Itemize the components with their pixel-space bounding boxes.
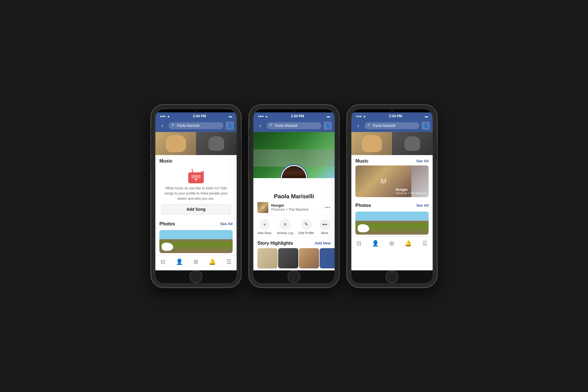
nav-bar-2: ‹ 🔍 Paola Mariselli 👤: [253, 119, 335, 132]
dog-shape-1: [166, 135, 186, 152]
music-card-song-3: Hunger: [396, 188, 427, 192]
search-text-1: Paola Mariselli: [177, 124, 199, 128]
battery-icon: ▬: [229, 114, 232, 118]
music-title-1: Music: [159, 159, 172, 164]
tab-menu-3[interactable]: ☰: [422, 240, 427, 247]
power-button-3[interactable]: [437, 140, 438, 160]
camera-3: [391, 110, 393, 112]
home-button-2[interactable]: [288, 270, 300, 283]
cover-photo-dog1: [155, 132, 196, 155]
person-icon-2[interactable]: 👤: [324, 122, 332, 130]
photos-see-all-3[interactable]: See All: [416, 203, 429, 208]
phone-3: ●●● ▲ 2:04 PM ▬ ‹ 🔍 Paola Mariselli 👤: [347, 105, 437, 287]
add-story-icon: +: [259, 219, 270, 230]
tab-news-3[interactable]: ⊟: [357, 240, 361, 247]
signal-icon-3: ●●●: [356, 114, 362, 118]
mute-button-2[interactable]: [248, 128, 249, 136]
back-button-2[interactable]: ‹: [256, 122, 264, 129]
phone-2-screen: ●●● ▲ 2:04 PM ▬ ‹ 🔍 Paola Mariselli 👤: [253, 109, 335, 283]
search-icon-2: 🔍: [270, 124, 274, 127]
home-button-3[interactable]: [386, 270, 398, 283]
music-card-info-3: Hunger Florence + The Machine: [396, 188, 427, 195]
story-thumb-3[interactable]: [299, 248, 319, 268]
add-new-button-2[interactable]: Add New: [314, 241, 331, 245]
profile-pic-wrapper-2: [281, 165, 307, 178]
music-card-3[interactable]: M Hunger Florence + The Machine: [355, 165, 429, 197]
search-bar-3[interactable]: 🔍 Paola Mariselli: [365, 122, 419, 129]
tab-bell-3[interactable]: 🔔: [405, 240, 412, 247]
status-left-1: ●●● ▲: [160, 114, 170, 118]
tab-bar-3: ⊟ 👤 ⊞ 🔔 ☰: [351, 236, 433, 250]
power-button-2[interactable]: [339, 140, 340, 160]
more-icon: •••: [319, 219, 330, 230]
phone-1-screen: ●●● ▲ 2:04 PM ▬ ‹ 🔍 Paola Mariselli 👤: [155, 109, 237, 283]
status-bar-3: ●●● ▲ 2:04 PM ▬: [351, 112, 433, 119]
photos-see-all-1[interactable]: See All: [220, 222, 233, 226]
status-time-1: 2:04 PM: [193, 114, 206, 118]
tab-marketplace-3[interactable]: ⊞: [389, 240, 394, 247]
goat-photo-1: [159, 230, 233, 253]
home-button-1[interactable]: [190, 270, 202, 283]
music-empty-1: What music do you like to listen to? Add…: [155, 165, 237, 218]
volume-up-button-3[interactable]: [346, 140, 347, 154]
story-thumb-1[interactable]: [257, 248, 278, 268]
radio-line-3: [191, 178, 201, 178]
edit-profile-icon: ✎: [301, 219, 312, 230]
screen-3: Music See All M Hunger Florence + The Ma…: [351, 132, 433, 270]
more-button[interactable]: ••• More: [319, 219, 330, 235]
mute-button-3[interactable]: [346, 128, 347, 136]
goat-photo-3: [355, 212, 429, 235]
edit-profile-button[interactable]: ✎ Edit Profile: [299, 219, 314, 235]
music-header-3: Music See All: [351, 155, 433, 165]
add-story-button[interactable]: + Add Story: [258, 219, 272, 235]
search-bar-2[interactable]: 🔍 Paola Mariselli: [267, 122, 321, 129]
dog-shape-1-3: [362, 135, 382, 152]
album-logo-3: M: [380, 177, 386, 185]
story-thumb-2[interactable]: [278, 248, 298, 268]
phone-2: ●●● ▲ 2:04 PM ▬ ‹ 🔍 Paola Mariselli 👤: [249, 105, 339, 287]
wifi-icon-3: ▲: [363, 114, 366, 118]
tab-bar-2: ⊟ 👤 ⊞ 🔔 ☰: [253, 268, 335, 270]
battery-icon-2: ▬: [327, 114, 330, 118]
activity-log-button[interactable]: ≡ Activity Log: [277, 219, 293, 235]
tab-marketplace-1[interactable]: ⊞: [193, 258, 198, 265]
profile-name-2: Paola Mariselli: [253, 193, 335, 200]
radio-line-2: [191, 176, 201, 177]
tab-profile-1[interactable]: 👤: [176, 258, 183, 265]
tab-news-1[interactable]: ⊟: [161, 258, 165, 265]
volume-up-button-2[interactable]: [248, 140, 249, 154]
music-see-all-3[interactable]: See All: [416, 159, 429, 163]
profile-picture-2[interactable]: [281, 165, 307, 178]
mute-button[interactable]: [150, 128, 151, 136]
tab-menu-1[interactable]: ☰: [226, 258, 231, 265]
album-logo-2: M: [261, 205, 265, 210]
cover-photos-1: [155, 132, 237, 155]
search-text-2: Paola Mariselli: [275, 124, 297, 128]
music-card-artist-3: Florence + The Machine: [396, 192, 427, 195]
story-highlights-header-2: Story Highlights Add New: [253, 237, 335, 248]
volume-down-button[interactable]: [150, 157, 151, 171]
tab-profile-3[interactable]: 👤: [372, 240, 379, 247]
power-button[interactable]: [241, 140, 242, 160]
volume-up-button[interactable]: [150, 140, 151, 154]
volume-down-button-2[interactable]: [248, 157, 249, 171]
story-thumb-4[interactable]: [320, 248, 335, 268]
more-dots-2[interactable]: •••: [325, 205, 331, 210]
radio-body: [188, 172, 204, 183]
add-song-button[interactable]: Add Song: [161, 204, 231, 214]
photos-header-3: Photos See All: [351, 199, 433, 210]
person-icon-3[interactable]: 👤: [422, 122, 430, 130]
radio-icon-1: [187, 169, 205, 183]
search-bar-1[interactable]: 🔍 Paola Mariselli: [169, 122, 223, 129]
add-story-label: Add Story: [258, 231, 272, 235]
volume-down-button-3[interactable]: [346, 157, 347, 171]
cover-photo-dog2-3: [392, 132, 433, 155]
song-title-2: Hunger: [271, 203, 322, 208]
back-button-3[interactable]: ‹: [354, 122, 362, 129]
dog-shape-2-3: [404, 136, 420, 151]
radio-line-1: [191, 175, 201, 176]
person-icon-1[interactable]: 👤: [226, 122, 234, 130]
now-playing-text-2: Hunger Florence + The Machine: [271, 203, 322, 212]
back-button-1[interactable]: ‹: [158, 122, 166, 129]
tab-bell-1[interactable]: 🔔: [209, 258, 216, 265]
